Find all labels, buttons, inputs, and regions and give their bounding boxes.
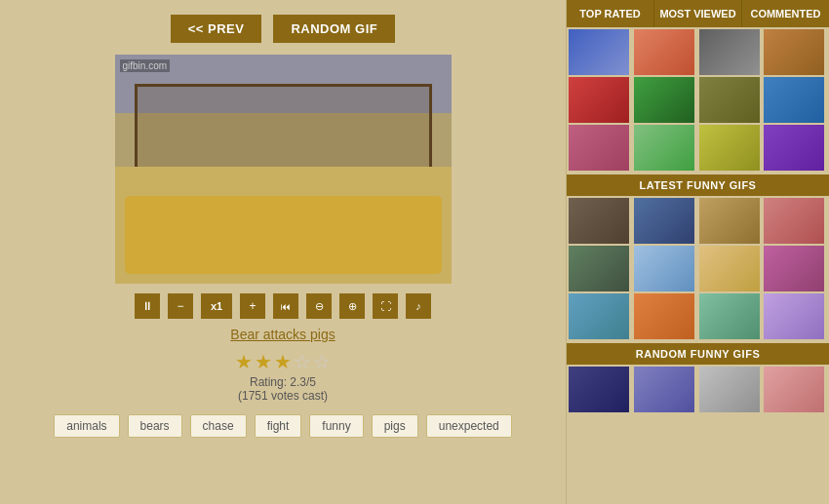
thumb-11[interactable]	[699, 125, 760, 171]
star-1[interactable]: ★	[235, 350, 253, 373]
thumb-2[interactable]	[634, 29, 694, 75]
latest-grid	[567, 196, 829, 341]
gif-title[interactable]: Bear attacks pigs	[230, 327, 335, 342]
latest-thumb-2[interactable]	[634, 198, 694, 244]
plus-button[interactable]: +	[240, 293, 265, 319]
latest-thumb-1[interactable]	[569, 198, 629, 244]
rating-label: Rating: 2.3/5 (1751 votes cast)	[238, 375, 328, 403]
gif-watermark: gifbin.com	[120, 59, 171, 72]
thumb-9[interactable]	[569, 125, 629, 171]
zoom-in-button[interactable]: ⊕	[339, 293, 365, 319]
fullscreen-button[interactable]: ⛶	[373, 293, 398, 319]
latest-thumb-3[interactable]	[699, 198, 760, 244]
star-2[interactable]: ★	[255, 350, 272, 373]
tab-commented[interactable]: COMMENTED	[742, 0, 829, 27]
thumb-12[interactable]	[764, 125, 824, 171]
tag-fight[interactable]: fight	[255, 414, 302, 438]
latest-thumb-8[interactable]	[764, 246, 824, 291]
sidebar: TOP RATED MOST VIEWED COMMENTED LATEST F…	[566, 0, 829, 504]
pause-button[interactable]: ⏸	[135, 293, 160, 319]
random-gif-button[interactable]: RANDOM GIF	[273, 15, 395, 43]
gif-display: gifbin.com	[115, 55, 452, 284]
random-thumb-1[interactable]	[569, 367, 629, 412]
random-section-label: RANDOM FUNNY GIFS	[567, 343, 829, 365]
speed-button[interactable]: x1	[201, 293, 232, 319]
latest-thumb-12[interactable]	[764, 293, 824, 339]
tag-bears[interactable]: bears	[128, 414, 182, 438]
thumb-8[interactable]	[764, 77, 824, 123]
thumb-4[interactable]	[764, 29, 824, 75]
latest-thumb-5[interactable]	[569, 246, 629, 291]
tag-unexpected[interactable]: unexpected	[426, 414, 512, 438]
zoom-out-button[interactable]: ⊖	[306, 293, 332, 319]
tag-animals[interactable]: animals	[54, 414, 119, 438]
random-grid	[567, 365, 829, 414]
random-thumb-3[interactable]	[699, 367, 760, 412]
thumb-7[interactable]	[699, 77, 760, 123]
random-thumb-4[interactable]	[764, 367, 824, 412]
rating-value: Rating: 2.3/5	[250, 375, 316, 389]
star-3[interactable]: ★	[274, 350, 292, 373]
tag-pigs[interactable]: pigs	[372, 414, 418, 438]
thumb-10[interactable]	[634, 125, 694, 171]
volume-button[interactable]: ♪	[406, 293, 431, 319]
thumb-6[interactable]	[634, 77, 694, 123]
latest-thumb-11[interactable]	[699, 293, 760, 339]
tab-top-rated[interactable]: TOP RATED	[567, 0, 654, 27]
rating-stars: ★ ★ ★ ☆ ☆	[235, 350, 331, 373]
sidebar-tabs: TOP RATED MOST VIEWED COMMENTED	[567, 0, 829, 27]
rating-votes: (1751 votes cast)	[238, 389, 328, 403]
tags-row: animals bears chase fight funny pigs une…	[54, 414, 512, 438]
latest-thumb-10[interactable]	[634, 293, 694, 339]
latest-thumb-6[interactable]	[634, 246, 694, 291]
prev-button[interactable]: << PREV	[171, 15, 262, 43]
main-area: << PREV RANDOM GIF gifbin.com ⏸ − x1 + ⏮…	[0, 0, 566, 504]
random-thumb-2[interactable]	[634, 367, 694, 412]
rewind-button[interactable]: ⏮	[273, 293, 298, 319]
star-4[interactable]: ☆	[294, 350, 311, 373]
thumb-3[interactable]	[699, 29, 760, 75]
nav-buttons: << PREV RANDOM GIF	[171, 15, 395, 43]
latest-thumb-7[interactable]	[699, 246, 760, 291]
tag-funny[interactable]: funny	[309, 414, 363, 438]
tab-most-viewed[interactable]: MOST VIEWED	[654, 0, 742, 27]
latest-thumb-4[interactable]	[764, 198, 824, 244]
latest-thumb-9[interactable]	[569, 293, 629, 339]
thumb-5[interactable]	[569, 77, 629, 123]
minus-button[interactable]: −	[168, 293, 193, 319]
tag-chase[interactable]: chase	[190, 414, 247, 438]
latest-section-label: LATEST FUNNY GIFS	[567, 174, 829, 196]
controls-bar: ⏸ − x1 + ⏮ ⊖ ⊕ ⛶ ♪	[135, 293, 431, 319]
top-rated-grid	[567, 27, 829, 173]
star-5[interactable]: ☆	[313, 350, 331, 373]
thumb-1[interactable]	[569, 29, 629, 75]
